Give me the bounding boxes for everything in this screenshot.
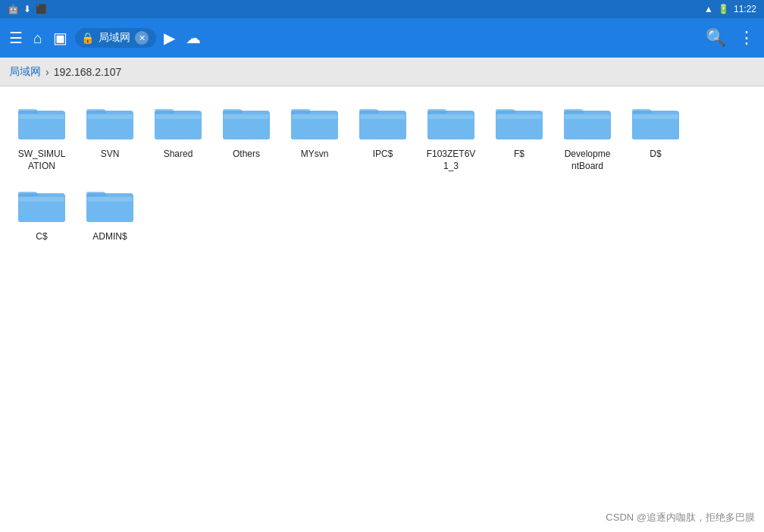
- svg-rect-29: [633, 114, 678, 119]
- svg-rect-20: [428, 114, 474, 119]
- folder-svg: [563, 102, 612, 142]
- svg-rect-11: [224, 114, 269, 119]
- folder-item-fs[interactable]: F$: [485, 95, 553, 178]
- svg-rect-2: [19, 114, 64, 119]
- lock-icon: 🔒: [81, 32, 94, 44]
- folder-label-developmentboard: Developme ntBoard: [565, 149, 611, 172]
- folder-icon-cs: [17, 184, 66, 227]
- folder-label-fs: F$: [514, 149, 524, 161]
- svg-rect-8: [155, 114, 201, 119]
- folder-svg: [290, 102, 339, 142]
- folder-item-mysvn[interactable]: MYsvn: [280, 95, 349, 178]
- home-button[interactable]: ⌂: [30, 27, 45, 50]
- file-area: SW_SIMUL ATION SVN S: [0, 86, 764, 532]
- svg-rect-23: [496, 114, 542, 119]
- folder-icon-ds: [631, 102, 680, 144]
- folder-svg: [495, 102, 543, 142]
- folder-icon-others: [222, 102, 271, 144]
- tabs-button[interactable]: ▣: [50, 26, 70, 50]
- folder-item-ipcs[interactable]: IPC$: [349, 95, 417, 178]
- folder-label-ipcs: IPC$: [373, 149, 393, 161]
- search-icon: 🔍: [706, 28, 726, 47]
- folder-label-ds: D$: [650, 149, 661, 161]
- folder-item-shared[interactable]: Shared: [144, 95, 212, 178]
- folder-label-svn: SVN: [101, 149, 120, 161]
- folder-svg: [17, 102, 66, 142]
- search-button[interactable]: 🔍: [703, 25, 729, 51]
- more-button[interactable]: ⋮: [735, 25, 758, 51]
- forward-button[interactable]: ▶: [161, 26, 178, 50]
- folder-icon-admins: [86, 184, 134, 227]
- folder-label-f103zet6v1-3: F103ZET6V 1_3: [427, 149, 476, 172]
- folder-icon-sw-simulation: [17, 102, 66, 144]
- address-chip[interactable]: 🔒 局域网 ✕: [75, 28, 156, 48]
- folder-svg: [427, 102, 475, 142]
- folder-icon-mysvn: [290, 102, 339, 144]
- folder-icon-ipcs: [359, 102, 407, 144]
- wifi-icon: ▲: [704, 4, 713, 14]
- folder-label-admins: ADMIN$: [92, 231, 127, 243]
- home-icon: ⌂: [33, 30, 42, 47]
- folder-icon-f103zet6v1-3: [427, 102, 475, 144]
- status-bar-left: 🤖 ⬇ ⬛: [8, 4, 47, 14]
- folder-item-f103zet6v1-3[interactable]: F103ZET6V 1_3: [417, 95, 485, 178]
- status-bar: 🤖 ⬇ ⬛ ▲ 🔋 11:22: [0, 0, 764, 18]
- folder-item-admins[interactable]: ADMIN$: [76, 178, 144, 249]
- tabs-icon: ▣: [53, 29, 67, 47]
- address-text: 局域网: [99, 31, 130, 45]
- folder-svg: [359, 102, 407, 142]
- folder-svg: [86, 102, 134, 142]
- android-icon: 🤖: [8, 4, 19, 14]
- folder-label-mysvn: MYsvn: [301, 149, 329, 161]
- folder-item-others[interactable]: Others: [212, 95, 280, 178]
- folder-item-cs[interactable]: C$: [8, 178, 76, 249]
- folder-svg: [17, 184, 66, 225]
- menu-button[interactable]: ☰: [6, 26, 26, 50]
- folder-svg: [631, 102, 680, 142]
- forward-icon: ▶: [164, 29, 175, 47]
- svg-rect-35: [87, 197, 133, 202]
- svg-rect-14: [292, 114, 337, 119]
- breadcrumb-root[interactable]: 局域网: [9, 65, 41, 79]
- folder-item-sw-simulation[interactable]: SW_SIMUL ATION: [8, 95, 76, 178]
- toolbar: ☰ ⌂ ▣ 🔒 局域网 ✕ ▶ ☁ 🔍 ⋮: [0, 18, 764, 58]
- folder-icon-fs: [495, 102, 543, 144]
- cloud-button[interactable]: ☁: [183, 26, 204, 50]
- breadcrumb-current: 192.168.2.107: [54, 66, 122, 78]
- breadcrumb: 局域网 › 192.168.2.107: [0, 58, 764, 86]
- folder-icon-svn: [86, 102, 134, 144]
- toolbar-right: 🔍 ⋮: [703, 25, 758, 51]
- cloud-icon: ☁: [186, 29, 201, 47]
- folder-item-ds[interactable]: D$: [622, 95, 690, 178]
- screenshot-icon: ⬛: [36, 4, 47, 14]
- folder-svg: [222, 102, 271, 142]
- svg-rect-5: [87, 114, 133, 119]
- svg-rect-17: [360, 114, 405, 119]
- folder-label-shared: Shared: [164, 149, 193, 161]
- address-close-button[interactable]: ✕: [135, 31, 149, 45]
- breadcrumb-separator: ›: [45, 66, 49, 78]
- menu-icon: ☰: [9, 29, 23, 47]
- folder-label-others: Others: [233, 149, 260, 161]
- notification-icon: ⬇: [23, 4, 31, 14]
- folder-svg: [154, 102, 202, 142]
- folder-icon-developmentboard: [563, 102, 612, 144]
- svg-rect-32: [19, 197, 64, 202]
- status-bar-right: ▲ 🔋 11:22: [704, 4, 756, 14]
- folder-item-svn[interactable]: SVN: [76, 95, 144, 178]
- more-icon: ⋮: [738, 28, 755, 47]
- folder-item-developmentboard[interactable]: Developme ntBoard: [553, 95, 622, 178]
- folder-label-sw-simulation: SW_SIMUL ATION: [18, 149, 66, 172]
- battery-icon: 🔋: [718, 4, 729, 14]
- folder-svg: [86, 184, 134, 225]
- time-display: 11:22: [734, 4, 756, 14]
- toolbar-left: ☰ ⌂ ▣ 🔒 局域网 ✕ ▶ ☁: [6, 26, 698, 50]
- close-icon: ✕: [139, 33, 146, 43]
- folder-icon-shared: [154, 102, 202, 144]
- folder-label-cs: C$: [36, 231, 47, 243]
- svg-rect-26: [565, 114, 610, 119]
